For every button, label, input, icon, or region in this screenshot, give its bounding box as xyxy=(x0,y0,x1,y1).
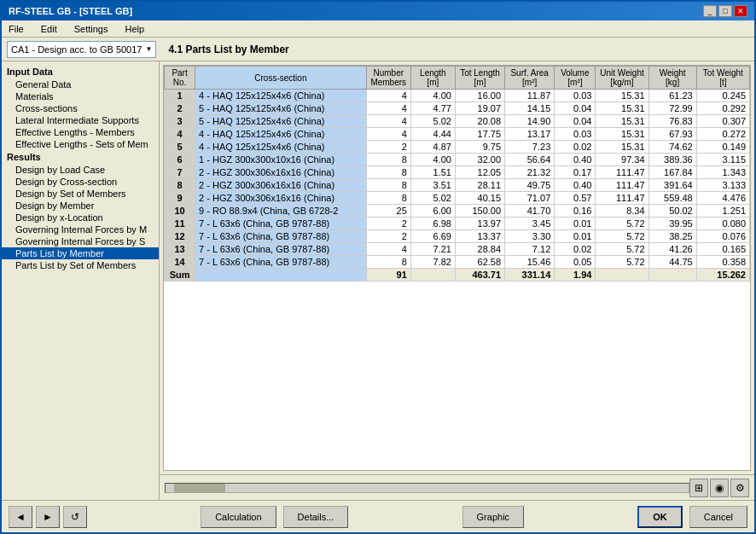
col-header-unit-weight: Unit Weight[kg/m] xyxy=(596,67,648,90)
table-row[interactable]: 14 - HAQ 125x125x4x6 (China)44.0016.0011… xyxy=(165,90,750,102)
cell-sum-cs xyxy=(195,269,367,282)
cancel-button[interactable]: Cancel xyxy=(689,506,747,528)
cell-part-no: 11 xyxy=(165,218,195,230)
cell-volume: 0.03 xyxy=(555,128,596,141)
calculation-button[interactable]: Calculation xyxy=(201,506,276,528)
cell-num-members: 4 xyxy=(366,128,410,141)
cell-surf-area: 3.30 xyxy=(505,230,555,243)
cell-weight: 38.25 xyxy=(648,230,696,243)
table-row[interactable]: 147 - L 63x6 (China, GB 9787-88)87.8262.… xyxy=(165,256,750,269)
sidebar-item-materials[interactable]: Materials xyxy=(2,90,159,102)
sidebar-item-cross-sections[interactable]: Cross-sections xyxy=(2,102,159,114)
cell-cross-section: 2 - HGZ 300x306x16x16 (China) xyxy=(195,166,367,179)
table-row[interactable]: 44 - HAQ 125x125x4x6 (China)44.4417.7513… xyxy=(165,128,750,141)
minimize-button[interactable]: _ xyxy=(703,5,717,17)
forward-button[interactable]: ► xyxy=(36,506,60,528)
col-header-tot-weight: Tot Weight[t] xyxy=(696,67,749,90)
cell-length: 7.21 xyxy=(410,243,455,256)
cell-cross-section: 9 - RO 88.9x4 (China, GB 6728-2 xyxy=(195,205,367,218)
back-button[interactable]: ◄ xyxy=(9,506,32,528)
sidebar-item-design-x-location[interactable]: Design by x-Location xyxy=(2,212,159,223)
cell-weight: 559.48 xyxy=(648,192,696,205)
cell-tot-weight: 0.076 xyxy=(696,230,749,243)
sidebar-item-lateral-supports[interactable]: Lateral Intermediate Supports xyxy=(2,114,159,126)
details-button[interactable]: Details... xyxy=(283,506,349,528)
table-row[interactable]: 137 - L 63x6 (China, GB 9787-88)47.2128.… xyxy=(165,243,750,256)
table-view-button[interactable]: ⊞ xyxy=(689,479,708,497)
cell-weight: 41.26 xyxy=(648,243,696,256)
cell-part-no: 10 xyxy=(165,205,195,218)
table-row[interactable]: 127 - L 63x6 (China, GB 9787-88)26.6913.… xyxy=(165,230,750,243)
sidebar-item-general-data[interactable]: General Data xyxy=(2,78,159,90)
design-case-dropdown[interactable]: CA1 - Design acc. to GB 50017 ▼ xyxy=(7,41,156,58)
cell-tot-length: 20.08 xyxy=(455,115,504,128)
cell-tot-weight: 0.272 xyxy=(696,128,749,141)
cell-cross-section: 7 - L 63x6 (China, GB 9787-88) xyxy=(195,243,367,256)
cell-surf-area: 14.90 xyxy=(505,115,555,128)
sidebar-item-parts-list-member[interactable]: Parts List by Member xyxy=(2,247,159,259)
table-row[interactable]: 109 - RO 88.9x4 (China, GB 6728-2256.001… xyxy=(165,205,750,218)
cell-part-no: 1 xyxy=(165,90,195,102)
cell-volume: 0.04 xyxy=(555,115,596,128)
menu-file[interactable]: File xyxy=(5,23,27,35)
graphic-button[interactable]: Graphic xyxy=(462,506,525,528)
menu-edit[interactable]: Edit xyxy=(38,23,61,35)
cell-tot-length: 13.97 xyxy=(455,218,504,230)
sidebar-item-effective-lengths-sets[interactable]: Effective Lengths - Sets of Mem xyxy=(2,138,159,150)
cell-length: 4.44 xyxy=(410,128,455,141)
table-row[interactable]: 117 - L 63x6 (China, GB 9787-88)26.9813.… xyxy=(165,218,750,230)
table-row[interactable]: 72 - HGZ 300x306x16x16 (China)81.5112.05… xyxy=(165,166,750,179)
refresh-button[interactable]: ↺ xyxy=(63,506,87,528)
sidebar-item-design-set-members[interactable]: Design by Set of Members xyxy=(2,188,159,200)
cell-unit-weight: 5.72 xyxy=(596,243,648,256)
scrollbar-thumb[interactable] xyxy=(174,484,225,492)
cell-num-members: 8 xyxy=(366,256,410,269)
table-row[interactable]: 54 - HAQ 125x125x4x6 (China)24.879.757.2… xyxy=(165,141,750,154)
cell-num-members: 2 xyxy=(366,218,410,230)
cell-weight: 389.36 xyxy=(648,154,696,166)
sidebar-item-governing-internal-m[interactable]: Governing Internal Forces by M xyxy=(2,223,159,235)
cell-length: 6.00 xyxy=(410,205,455,218)
cell-part-no: 9 xyxy=(165,192,195,205)
menu-settings[interactable]: Settings xyxy=(71,23,112,35)
menu-help[interactable]: Help xyxy=(121,23,148,35)
cell-volume: 0.16 xyxy=(555,205,596,218)
cell-surf-area: 56.64 xyxy=(505,154,555,166)
cell-surf-area: 11.87 xyxy=(505,90,555,102)
eye-button[interactable]: ◉ xyxy=(710,479,729,497)
close-button[interactable]: ✕ xyxy=(734,5,747,17)
sidebar-item-design-cross-section[interactable]: Design by Cross-section xyxy=(2,176,159,188)
cell-tot-weight: 0.080 xyxy=(696,218,749,230)
cell-num-members: 8 xyxy=(366,179,410,192)
cell-volume: 0.04 xyxy=(555,102,596,115)
horizontal-scrollbar[interactable] xyxy=(165,483,689,493)
main-window: RF-STEEL GB - [STEEL GB] _ □ ✕ File Edit… xyxy=(0,0,756,534)
status-bar: ⊞ ◉ ⚙ xyxy=(160,474,754,500)
ok-button[interactable]: OK xyxy=(637,506,683,528)
table-row[interactable]: 61 - HGZ 300x300x10x16 (China)84.0032.00… xyxy=(165,154,750,166)
bottom-bar: ◄ ► ↺ Calculation Details... Graphic OK … xyxy=(2,500,754,532)
sidebar-item-parts-list-set[interactable]: Parts List by Set of Members xyxy=(2,259,159,271)
sidebar-item-governing-internal-s[interactable]: Governing Internal Forces by S xyxy=(2,235,159,247)
sidebar-item-effective-lengths-members[interactable]: Effective Lengths - Members xyxy=(2,126,159,138)
cell-surf-area: 15.46 xyxy=(505,256,555,269)
cell-tot-length: 28.11 xyxy=(455,179,504,192)
toolbar: CA1 - Design acc. to GB 50017 ▼ 4.1 Part… xyxy=(2,38,754,61)
cell-length: 6.98 xyxy=(410,218,455,230)
cell-length: 4.87 xyxy=(410,141,455,154)
sidebar-item-design-load-case[interactable]: Design by Load Case xyxy=(2,164,159,176)
table-row[interactable]: 25 - HAQ 125x125x4x6 (China)44.7719.0714… xyxy=(165,102,750,115)
cell-volume: 0.05 xyxy=(555,256,596,269)
cell-tot-length: 32.00 xyxy=(455,154,504,166)
cell-unit-weight: 15.31 xyxy=(596,141,648,154)
table-row[interactable]: 92 - HGZ 300x306x16x16 (China)85.0240.15… xyxy=(165,192,750,205)
maximize-button[interactable]: □ xyxy=(718,5,732,17)
sidebar-item-design-member[interactable]: Design by Member xyxy=(2,200,159,212)
cell-cross-section: 4 - HAQ 125x125x4x6 (China) xyxy=(195,90,367,102)
table-row[interactable]: 82 - HGZ 300x306x16x16 (China)83.5128.11… xyxy=(165,179,750,192)
settings-button[interactable]: ⚙ xyxy=(730,479,749,497)
cell-tot-weight: 0.165 xyxy=(696,243,749,256)
table-row[interactable]: 35 - HAQ 125x125x4x6 (China)45.0220.0814… xyxy=(165,115,750,128)
cell-part-no: 14 xyxy=(165,256,195,269)
cell-weight: 44.75 xyxy=(648,256,696,269)
